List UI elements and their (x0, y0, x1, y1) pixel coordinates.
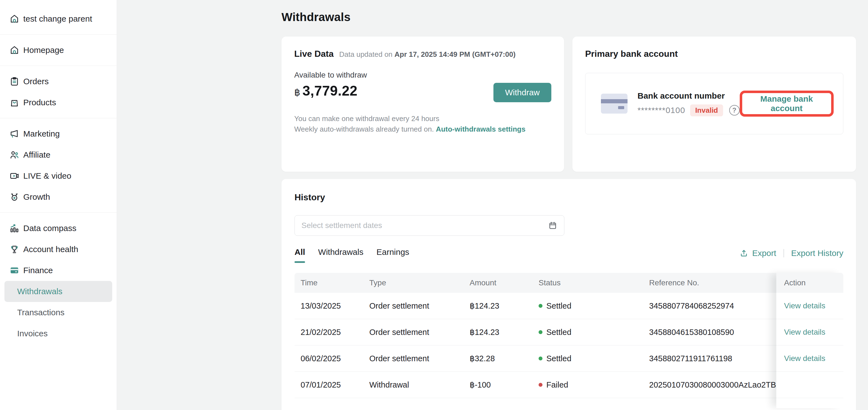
bank-card-icon (601, 94, 627, 114)
column-header-amount: Amount (470, 278, 538, 287)
live-video-icon (9, 170, 20, 182)
sidebar-item-label: Invoices (17, 329, 48, 338)
sidebar-item-label: Products (23, 98, 56, 107)
tab-all[interactable]: All (294, 247, 305, 263)
sidebar-item-marketing[interactable]: Marketing (4, 123, 112, 144)
table-row: 13/03/2025Order settlement฿124.23Settled… (294, 293, 843, 319)
settlement-date-input[interactable] (302, 221, 548, 230)
cell-action: View details (776, 345, 843, 372)
sidebar-item-label: Affiliate (23, 150, 51, 160)
sidebar-item-affiliate[interactable]: Affiliate (4, 144, 112, 165)
history-tabs-row: AllWithdrawalsEarnings Export Export His… (294, 247, 843, 263)
sidebar-divider (0, 34, 117, 35)
cell-type: Withdrawal (369, 380, 470, 389)
bank-account-number-label: Bank account number (638, 91, 740, 100)
marketing-icon (9, 128, 20, 139)
amount-value: 3,779.22 (303, 83, 358, 99)
column-header-status: Status (538, 278, 649, 287)
sidebar-item-invoices[interactable]: Invoices (4, 323, 112, 344)
sidebar-item-homepage[interactable]: Homepage (4, 40, 112, 61)
note-line-1: You can make one withdrawal every 24 hou… (294, 113, 551, 124)
export-button[interactable]: Export (739, 249, 776, 258)
available-to-withdraw-label: Available to withdraw (294, 71, 551, 80)
main-content: Withdrawals Live Data Data updated on Ap… (117, 0, 868, 410)
column-header-time: Time (294, 278, 369, 287)
invalid-status-badge: Invalid (690, 104, 723, 116)
export-history-button[interactable]: Export History (791, 249, 843, 258)
available-amount: ฿ 3,779.22 (294, 83, 358, 99)
table-row: 21/02/2025Order settlement฿124.23Settled… (294, 319, 843, 345)
cell-type: Order settlement (369, 354, 470, 363)
sidebar-item-products[interactable]: Products (4, 92, 112, 113)
status-dot-red (538, 383, 542, 387)
home-icon (9, 13, 20, 24)
sidebar-item-label: Finance (23, 266, 53, 275)
manage-bank-account-button[interactable]: Manage bank account (749, 94, 824, 113)
updated-prefix: Data updated on (339, 50, 392, 59)
action-sticky-column: Action View detailsView detailsView deta… (776, 273, 843, 408)
bank-card-icon-stripe (601, 99, 627, 103)
table-header-row: TimeTypeAmountStatusReference No. (294, 273, 843, 293)
view-details-link[interactable]: View details (784, 302, 825, 310)
sidebar-divider (0, 66, 117, 66)
sidebar-divider (0, 118, 117, 118)
sidebar: test change parentHomepageOrdersProducts… (0, 0, 117, 410)
sidebar-item-data-compass[interactable]: Data compass (4, 218, 112, 239)
tab-earnings[interactable]: Earnings (376, 247, 409, 263)
cell-action (776, 372, 843, 398)
sidebar-item-label: Transactions (17, 308, 65, 317)
history-title: History (294, 192, 843, 202)
auto-withdrawals-settings-link[interactable]: Auto-withdrawals settings (436, 125, 526, 133)
bank-account-info: Bank account number ********0100 Invalid… (638, 91, 740, 116)
cell-amount: ฿124.23 (470, 327, 538, 337)
cell-status: Settled (538, 328, 649, 337)
cell-amount: ฿-100 (470, 380, 538, 389)
sidebar-item-label: Marketing (23, 129, 60, 138)
history-card: History AllWithdrawalsEarnings Export (281, 179, 856, 410)
account-health-icon (9, 244, 20, 255)
sidebar-item-finance[interactable]: Finance (4, 260, 112, 281)
top-cards-row: Live Data Data updated on Apr 17, 2025 1… (281, 37, 856, 172)
help-question-icon[interactable]: ? (729, 105, 740, 116)
cell-status: Settled (538, 302, 649, 311)
cell-status: Settled (538, 354, 649, 363)
orders-icon (9, 76, 20, 87)
sidebar-nav: test change parentHomepageOrdersProducts… (0, 8, 117, 344)
sidebar-item-growth[interactable]: Growth (4, 186, 112, 208)
sidebar-item-test-change-parent[interactable]: test change parent (4, 8, 112, 29)
cell-amount: ฿32.28 (470, 354, 538, 363)
tab-withdrawals[interactable]: Withdrawals (318, 247, 363, 263)
note-line-2-text: Weekly auto-withdrawals already turned o… (294, 125, 434, 133)
sidebar-item-label: Orders (23, 77, 49, 86)
cell-time: 07/01/2025 (294, 380, 369, 389)
withdraw-button[interactable]: Withdraw (493, 83, 551, 102)
sidebar-item-live-video[interactable]: LIVE & video (4, 165, 112, 186)
cell-action: View details (776, 319, 843, 345)
sidebar-item-label: LIVE & video (23, 171, 71, 181)
updated-time: Apr 17, 2025 14:49 PM (395, 50, 470, 59)
export-history-label: Export History (791, 249, 843, 258)
sidebar-item-transactions[interactable]: Transactions (4, 302, 112, 323)
finance-icon (9, 265, 20, 276)
view-details-link[interactable]: View details (784, 328, 825, 337)
sidebar-item-label: Withdrawals (17, 287, 62, 296)
export-group: Export Export History (739, 249, 843, 263)
data-updated-text: Data updated on Apr 17, 2025 14:49 PM (G… (339, 50, 516, 59)
data-compass-icon (9, 223, 20, 234)
status-label: Settled (546, 302, 571, 311)
live-data-card: Live Data Data updated on Apr 17, 2025 1… (281, 37, 564, 172)
export-upload-icon (739, 249, 748, 258)
sidebar-item-label: test change parent (23, 14, 92, 24)
calendar-icon[interactable] (548, 221, 557, 230)
cell-status: Failed (538, 380, 649, 389)
sidebar-item-orders[interactable]: Orders (4, 71, 112, 92)
view-details-link[interactable]: View details (784, 354, 825, 363)
table-row: 06/02/2025Order settlement฿32.28Settled3… (294, 345, 843, 372)
table-body: 13/03/2025Order settlement฿124.23Settled… (294, 293, 843, 398)
sidebar-item-label: Homepage (23, 45, 64, 55)
live-data-title: Live Data (294, 49, 334, 59)
currency-symbol: ฿ (294, 87, 300, 98)
sidebar-item-withdrawals[interactable]: Withdrawals (4, 281, 112, 302)
settlement-date-picker[interactable] (294, 215, 564, 236)
sidebar-item-account-health[interactable]: Account health (4, 239, 112, 260)
